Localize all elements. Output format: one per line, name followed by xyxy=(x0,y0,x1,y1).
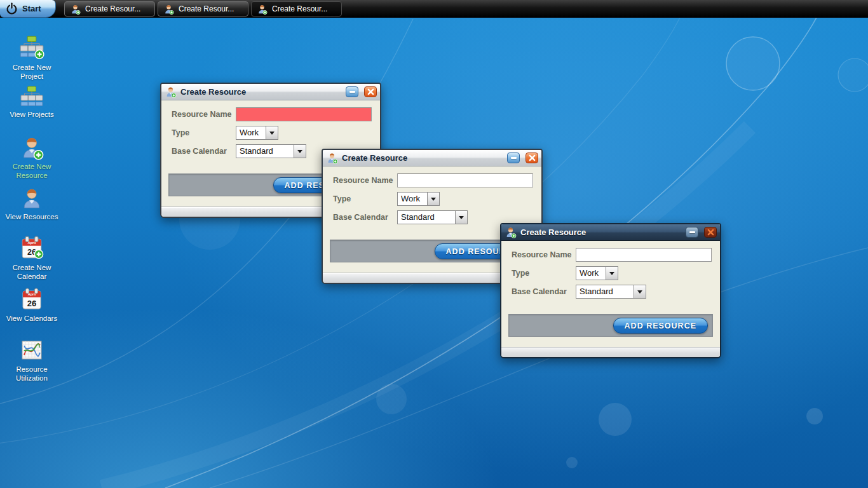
window-title: Create Resource xyxy=(180,87,340,97)
close-button[interactable] xyxy=(704,227,717,238)
desktop-icon-label: Create New Resource xyxy=(3,162,61,180)
window-statusbar xyxy=(501,347,720,357)
add-resource-button[interactable]: ADD RESOURCE xyxy=(613,318,708,334)
resource-name-label: Resource Name xyxy=(172,107,232,121)
desktop-icon-label: Resource Utilization xyxy=(3,365,61,383)
close-icon xyxy=(367,88,374,95)
window-titlebar[interactable]: Create Resource xyxy=(501,224,720,241)
window-title: Create Resource xyxy=(342,153,501,163)
window-titlebar[interactable]: Create Resource xyxy=(323,150,541,166)
desktop-icon-create-new-project[interactable]: Create New Project xyxy=(3,34,61,81)
minimize-button[interactable] xyxy=(507,152,520,163)
base-calendar-label: Base Calendar xyxy=(333,210,388,224)
person-icon xyxy=(20,186,44,210)
start-label: Start xyxy=(22,4,41,13)
base-calendar-select[interactable]: Standard xyxy=(236,144,306,158)
org-chart-icon xyxy=(19,85,44,108)
taskbar-item-create-resource-1[interactable]: Create Resour... xyxy=(64,1,155,17)
taskbar-item-label: Create Resour... xyxy=(85,4,140,13)
close-button[interactable] xyxy=(526,152,538,163)
person-add-icon xyxy=(70,4,81,15)
resource-name-input[interactable] xyxy=(397,173,533,187)
type-select-value: Work xyxy=(576,267,606,280)
desktop-icon-view-resources[interactable]: View Resources xyxy=(3,186,61,221)
type-select-value: Work xyxy=(398,193,427,205)
window-body: Resource Name Type Work Base Calendar St… xyxy=(501,241,720,345)
taskbar-item-label: Create Resour... xyxy=(272,4,327,13)
desktop-icon-label: View Resources xyxy=(3,212,61,221)
start-button[interactable]: Start xyxy=(0,0,56,18)
desktop-icon-view-calendars[interactable]: April 26 View Calendars xyxy=(3,287,61,323)
calendar-add-icon: April 26 xyxy=(18,234,45,261)
desktop-icon-label: View Projects xyxy=(3,110,61,119)
desktop-icon-view-projects[interactable]: View Projects xyxy=(3,85,61,119)
type-select[interactable]: Work xyxy=(576,266,618,280)
taskbar-item-create-resource-2[interactable]: Create Resour... xyxy=(158,1,248,17)
chevron-down-icon[interactable] xyxy=(427,193,439,205)
person-add-icon xyxy=(257,4,268,15)
person-add-icon xyxy=(163,4,174,15)
type-label: Type xyxy=(172,126,189,140)
minimize-button[interactable] xyxy=(686,227,698,238)
type-select[interactable]: Work xyxy=(236,126,278,140)
desktop-icon-resource-utilization[interactable]: Resource Utilization xyxy=(3,337,61,383)
close-icon xyxy=(529,154,536,161)
person-add-icon xyxy=(505,226,517,238)
resource-name-label: Resource Name xyxy=(512,248,572,262)
desktop: Create New Project View Projects Create … xyxy=(0,0,868,488)
chevron-down-icon[interactable] xyxy=(455,211,467,224)
type-select[interactable]: Work xyxy=(397,192,440,206)
calendar-icon: April 26 xyxy=(19,287,44,312)
resource-name-input[interactable] xyxy=(236,107,372,121)
taskbar-item-label: Create Resour... xyxy=(179,4,234,13)
person-add-icon xyxy=(19,135,44,160)
chevron-down-icon[interactable] xyxy=(266,126,278,139)
window-titlebar[interactable]: Create Resource xyxy=(161,84,380,100)
type-label: Type xyxy=(512,266,529,280)
base-calendar-label: Base Calendar xyxy=(172,144,227,158)
power-icon xyxy=(5,2,18,15)
type-label: Type xyxy=(333,192,351,206)
base-calendar-select-value: Standard xyxy=(576,285,634,298)
base-calendar-select-value: Standard xyxy=(398,211,455,224)
taskbar-item-create-resource-3[interactable]: Create Resour... xyxy=(251,1,342,17)
svg-text:26: 26 xyxy=(27,299,36,308)
desktop-icon-create-new-calendar[interactable]: April 26 Create New Calendar xyxy=(3,234,61,281)
type-select-value: Work xyxy=(236,126,266,139)
resource-name-label: Resource Name xyxy=(333,173,393,187)
taskbar: Start Create Resour... Create xyxy=(0,0,868,18)
minimize-button[interactable] xyxy=(346,86,358,97)
resource-name-input[interactable] xyxy=(576,248,712,262)
org-chart-add-icon xyxy=(18,34,45,61)
chevron-down-icon[interactable] xyxy=(606,267,618,280)
close-button[interactable] xyxy=(364,86,377,97)
desktop-icon-create-new-resource[interactable]: Create New Resource xyxy=(3,135,61,180)
person-add-icon xyxy=(165,86,177,98)
chart-icon xyxy=(19,337,44,363)
desktop-icon-label: Create New Calendar xyxy=(3,263,61,281)
window-title: Create Resource xyxy=(520,227,680,237)
base-calendar-select[interactable]: Standard xyxy=(397,210,468,224)
desktop-icon-label: Create New Project xyxy=(3,63,61,81)
base-calendar-select-value: Standard xyxy=(236,145,294,158)
window-footer: ADD RESOURCE xyxy=(508,314,713,337)
person-add-icon xyxy=(326,152,338,164)
close-icon xyxy=(707,229,714,236)
chevron-down-icon[interactable] xyxy=(634,285,646,298)
base-calendar-label: Base Calendar xyxy=(512,285,567,299)
desktop-icon-label: View Calendars xyxy=(3,314,61,323)
create-resource-window-3: Create Resource Resource Name Type Work xyxy=(500,223,721,358)
chevron-down-icon[interactable] xyxy=(294,145,306,158)
base-calendar-select[interactable]: Standard xyxy=(576,285,646,299)
